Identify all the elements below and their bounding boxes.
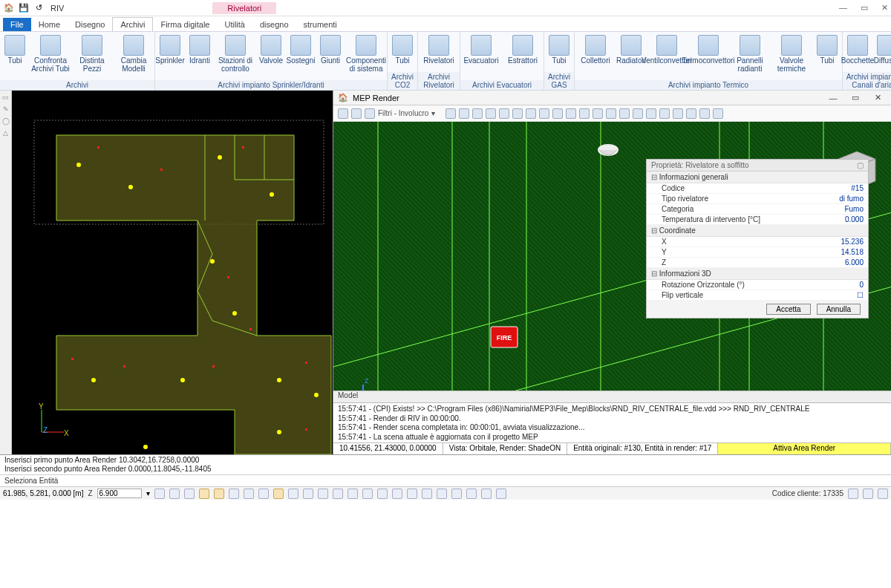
z-input[interactable]: [97, 489, 142, 498]
render-minimize-button[interactable]: —: [824, 94, 842, 102]
save-icon[interactable]: 💾: [18, 2, 30, 14]
status-tool-icon[interactable]: [347, 489, 358, 499]
status-tool-icon[interactable]: [362, 489, 373, 499]
status-tool-icon[interactable]: [878, 489, 888, 499]
accept-button[interactable]: Accetta: [766, 304, 810, 315]
status-tool-icon[interactable]: [244, 489, 254, 499]
status-tool-icon[interactable]: [303, 489, 313, 499]
tool-icon[interactable]: △: [3, 129, 8, 137]
ribbon-button[interactable]: Evacuatori: [460, 32, 502, 80]
status-tool-icon[interactable]: [214, 489, 224, 499]
ribbon-button[interactable]: Giunti: [316, 32, 345, 80]
property-section[interactable]: Informazioni generali: [647, 172, 868, 183]
toolbar-icon[interactable]: [446, 108, 456, 119]
chevron-down-icon[interactable]: ▾: [431, 109, 435, 117]
tab-utilità[interactable]: Utilità: [217, 18, 252, 31]
tool-icon[interactable]: ▭: [2, 94, 9, 101]
render-close-button[interactable]: ✕: [869, 93, 887, 102]
status-highlight[interactable]: Attiva Area Render: [718, 443, 891, 454]
ribbon-button[interactable]: Confronta Archivi Tubi: [30, 32, 71, 80]
status-tool-icon[interactable]: [848, 489, 858, 499]
render-viewport[interactable]: FIRE Z X Y Proprietà: Rivelatore a soffi…: [333, 122, 891, 391]
status-tool-icon[interactable]: [258, 489, 269, 499]
ribbon-button[interactable]: Bocchette: [843, 32, 872, 72]
ribbon-button[interactable]: Estrattori: [502, 32, 544, 80]
ribbon-button[interactable]: Tubi: [812, 32, 842, 80]
tool-icon[interactable]: ◯: [2, 117, 10, 125]
property-section[interactable]: Coordinate: [647, 225, 868, 237]
toolbar-icon[interactable]: [686, 108, 696, 119]
ribbon-button[interactable]: Stazioni di controllo: [215, 32, 256, 80]
status-tool-icon[interactable]: [407, 489, 417, 499]
ribbon-button[interactable]: Sprinkler: [155, 32, 185, 80]
status-tool-icon[interactable]: [169, 489, 180, 499]
property-row[interactable]: Y14.518: [647, 247, 868, 258]
ribbon-button[interactable]: Termoconvettori: [688, 32, 729, 80]
status-tool-icon[interactable]: [496, 489, 506, 499]
toolbar-icon[interactable]: [351, 108, 362, 119]
ribbon-button[interactable]: Valvole termiche: [771, 32, 812, 80]
ribbon-button[interactable]: Valvole: [256, 32, 286, 80]
toolbar-icon[interactable]: [566, 108, 576, 119]
save-icon[interactable]: [713, 108, 723, 119]
status-tool-icon[interactable]: [318, 489, 328, 499]
status-tool-icon[interactable]: [333, 489, 343, 499]
toolbar-icon[interactable]: [472, 108, 483, 119]
toolbar-icon[interactable]: [365, 108, 375, 119]
toolbar-icon[interactable]: [459, 108, 469, 119]
close-icon[interactable]: ▢: [857, 161, 864, 169]
toolbar-icon[interactable]: [619, 108, 630, 119]
toolbar-icon[interactable]: [606, 108, 616, 119]
toolbar-icon[interactable]: [579, 108, 590, 119]
property-row[interactable]: Codice#15: [647, 183, 868, 194]
status-tool-icon[interactable]: [863, 489, 873, 499]
status-tool-icon[interactable]: [229, 489, 239, 499]
property-row[interactable]: Temperatura di intervento [°C]0.000: [647, 215, 868, 225]
tab-file[interactable]: File: [3, 18, 31, 31]
tab-home[interactable]: Home: [31, 18, 68, 31]
status-tool-icon[interactable]: [288, 489, 298, 499]
status-tool-icon[interactable]: [481, 489, 492, 499]
status-tool-icon[interactable]: [377, 489, 388, 499]
maximize-button[interactable]: ▭: [861, 3, 868, 13]
toolbar-icon[interactable]: [552, 108, 563, 119]
status-tool-icon[interactable]: [273, 489, 284, 499]
ribbon-button[interactable]: Tubi: [388, 32, 417, 72]
toolbar-icon[interactable]: [593, 108, 603, 119]
toolbar-icon[interactable]: [512, 108, 523, 119]
toolbar-icon[interactable]: [499, 108, 509, 119]
close-button[interactable]: ✕: [881, 3, 888, 13]
status-tool-icon[interactable]: [184, 489, 195, 499]
contextual-tab[interactable]: Rivelatori: [212, 2, 276, 14]
undo-icon[interactable]: ↺: [33, 2, 45, 14]
toolbar-icon[interactable]: [646, 108, 656, 119]
model-tab[interactable]: Model: [333, 391, 891, 402]
ribbon-button[interactable]: Rivelatori: [418, 32, 460, 72]
ribbon-button[interactable]: Collettori: [575, 32, 616, 80]
command-prompt[interactable]: Seleziona Entità: [0, 474, 891, 486]
ribbon-button[interactable]: Diffusori: [872, 32, 891, 72]
toolbar-icon[interactable]: [526, 108, 536, 119]
ribbon-button[interactable]: Sostegni: [286, 32, 316, 80]
ribbon-button[interactable]: Pannelli radianti: [729, 32, 771, 80]
tab-disegno[interactable]: disegno: [252, 18, 296, 31]
tool-icon[interactable]: ✎: [3, 105, 9, 113]
property-row[interactable]: Rotazione Orizzontale (°)0: [647, 280, 868, 290]
filter-dropdown[interactable]: Filtri - Involucro: [378, 109, 428, 117]
plan-viewport[interactable]: Y X Z: [12, 91, 333, 454]
toolbar-icon[interactable]: [699, 108, 710, 119]
ribbon-button[interactable]: Cambia Modelli: [113, 32, 154, 80]
property-row[interactable]: CategoriaFumo: [647, 204, 868, 215]
status-tool-icon[interactable]: [199, 489, 209, 499]
toolbar-icon[interactable]: [338, 108, 348, 119]
tab-disegno[interactable]: Disegno: [68, 18, 112, 31]
toolbar-icon[interactable]: [659, 108, 670, 119]
property-row[interactable]: Z6.000: [647, 258, 868, 268]
toolbar-icon[interactable]: [539, 108, 549, 119]
status-tool-icon[interactable]: [437, 489, 447, 499]
minimize-button[interactable]: —: [839, 3, 847, 13]
toolbar-icon[interactable]: [673, 108, 683, 119]
tab-archivi[interactable]: Archivi: [112, 17, 153, 31]
toolbar-icon[interactable]: [486, 108, 496, 119]
toolbar-icon[interactable]: [633, 108, 643, 119]
